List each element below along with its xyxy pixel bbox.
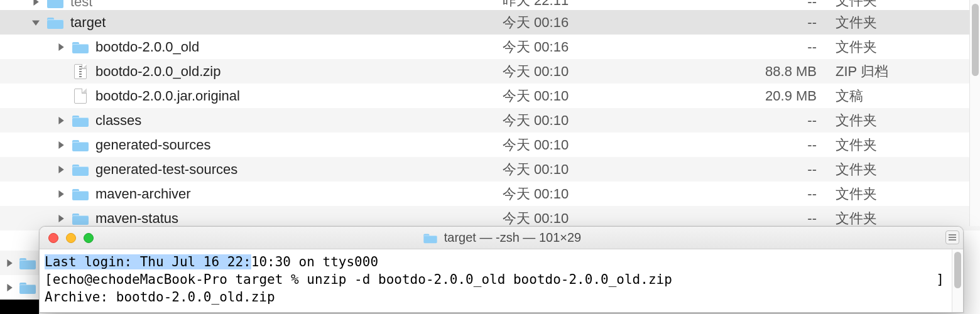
terminal-line: [echo@echodeMacBook-Pro target % unzip -… [45, 271, 958, 288]
cell-size: 88.8 MB [748, 63, 823, 80]
file-row[interactable]: bootdo-2.0.0_old今天 00:16--文件夹 [0, 35, 980, 59]
panel-toggle-button[interactable] [945, 230, 959, 244]
behind-row [0, 300, 39, 314]
disclosure-down-icon[interactable] [31, 18, 40, 27]
folder-icon [46, 15, 64, 30]
cell-date: 今天 00:10 [503, 136, 748, 154]
zip-file-icon [72, 64, 89, 79]
cell-name[interactable]: generated-test-sources [0, 161, 503, 178]
cell-name[interactable]: target [0, 14, 503, 31]
disclosure-none [57, 67, 65, 76]
cell-date: 今天 00:10 [503, 62, 748, 81]
terminal-text: 10:30 on ttys000 [251, 254, 378, 269]
folder-icon [19, 280, 36, 295]
behind-row [0, 251, 39, 275]
cell-name[interactable]: generated-sources [0, 137, 503, 153]
folder-icon [422, 230, 439, 246]
file-row[interactable]: bootdo-2.0.0_old.zip今天 00:1088.8 MBZIP 归… [0, 59, 980, 84]
cell-size: -- [748, 39, 823, 55]
disclosure-right-icon[interactable] [31, 0, 40, 6]
file-row[interactable]: maven-archiver今天 00:10--文件夹 [0, 181, 980, 206]
finder-rows-behind-terminal [0, 226, 39, 314]
cell-name[interactable]: classes [0, 112, 503, 129]
file-name: bootdo-2.0.0_old [95, 39, 199, 55]
traffic-lights [40, 233, 94, 243]
cell-kind: 文件夹 [823, 0, 980, 10]
file-icon [72, 89, 89, 104]
cell-name[interactable]: bootdo-2.0.0.jar.original [0, 88, 503, 104]
cell-size: -- [748, 186, 823, 202]
cell-name[interactable]: bootdo-2.0.0_old [0, 39, 503, 55]
cell-size: -- [748, 210, 823, 227]
cell-date: 今天 00:10 [503, 111, 748, 130]
folder-icon [72, 211, 89, 226]
terminal-body[interactable]: Last login: Thu Jul 16 22:10:30 on ttys0… [40, 249, 963, 312]
terminal-title: target — -zsh — 101×29 [40, 230, 963, 246]
terminal-command: unzip -d bootdo-2.0.0_old bootdo-2.0.0_o… [307, 272, 672, 287]
file-name: generated-test-sources [95, 161, 237, 178]
finder-scrollbar[interactable] [969, 0, 980, 226]
cell-kind: 文件夹 [823, 13, 980, 32]
cell-kind: 文件夹 [823, 209, 980, 228]
disclosure-right-icon[interactable] [57, 141, 65, 149]
cell-name[interactable]: bootdo-2.0.0_old.zip [0, 63, 503, 80]
finder-scrollbar-thumb[interactable] [972, 4, 979, 76]
minimize-button[interactable] [66, 233, 76, 243]
cell-size: 20.9 MB [748, 88, 823, 104]
disclosure-right-icon[interactable] [57, 190, 65, 198]
cell-size: -- [748, 112, 823, 129]
cell-size: -- [748, 161, 823, 178]
cell-name[interactable]: maven-archiver [0, 186, 503, 202]
terminal-line: Archive: bootdo-2.0.0_old.zip [45, 288, 958, 306]
zoom-button[interactable] [84, 233, 94, 243]
cell-kind: 文件夹 [823, 160, 980, 179]
file-name: classes [95, 112, 141, 129]
folder-icon [72, 138, 89, 153]
disclosure-right-icon [5, 259, 14, 268]
disclosure-right-icon [5, 283, 14, 292]
panel-toggle-icon [949, 234, 956, 241]
file-row[interactable]: generated-test-sources今天 00:10--文件夹 [0, 157, 980, 181]
folder-icon [72, 187, 89, 202]
file-row[interactable]: bootdo-2.0.0.jar.original今天 00:1020.9 MB… [0, 84, 980, 108]
file-name: maven-archiver [95, 186, 191, 202]
file-name: maven-status [95, 210, 178, 227]
terminal-line: Last login: Thu Jul 16 22:10:30 on ttys0… [45, 253, 958, 271]
file-name: generated-sources [95, 137, 210, 153]
terminal-titlebar[interactable]: target — -zsh — 101×29 [40, 227, 963, 249]
cell-size: -- [748, 137, 823, 153]
file-row[interactable]: test昨天 22:11--文件夹 [0, 0, 980, 10]
cell-date: 今天 00:16 [503, 38, 748, 57]
file-name: bootdo-2.0.0.jar.original [95, 88, 240, 104]
cell-size: -- [748, 0, 823, 10]
terminal-output: Archive: bootdo-2.0.0_old.zip [45, 290, 275, 305]
folder-icon [72, 113, 89, 128]
file-row[interactable]: classes今天 00:10--文件夹 [0, 108, 980, 133]
terminal-title-text: target — -zsh — 101×29 [444, 230, 581, 245]
cell-name[interactable]: maven-status [0, 210, 503, 227]
cell-date: 今天 00:10 [503, 209, 748, 228]
disclosure-right-icon[interactable] [57, 214, 65, 223]
cell-name[interactable]: test [0, 0, 503, 10]
terminal-scrollbar[interactable] [952, 249, 963, 312]
cell-kind: 文件夹 [823, 111, 980, 130]
disclosure-right-icon[interactable] [57, 43, 65, 51]
terminal-window[interactable]: target — -zsh — 101×29 Last login: Thu J… [39, 226, 964, 313]
cell-kind: 文件夹 [823, 136, 980, 154]
cell-kind: ZIP 归档 [823, 62, 980, 81]
file-name: bootdo-2.0.0_old.zip [95, 63, 220, 80]
close-button[interactable] [48, 233, 58, 243]
disclosure-right-icon[interactable] [57, 165, 65, 174]
cell-kind: 文稿 [823, 87, 980, 106]
disclosure-right-icon[interactable] [57, 116, 65, 125]
cell-kind: 文件夹 [823, 38, 980, 57]
behind-row [0, 226, 39, 251]
terminal-scrollbar-thumb[interactable] [954, 252, 961, 288]
file-row[interactable]: target今天 00:16--文件夹 [0, 10, 980, 35]
cell-date: 今天 00:10 [503, 87, 748, 106]
file-row[interactable]: generated-sources今天 00:10--文件夹 [0, 133, 980, 157]
folder-icon [19, 256, 36, 271]
cell-date: 今天 00:16 [503, 13, 748, 32]
cell-kind: 文件夹 [823, 185, 980, 203]
terminal-selection: Last login: Thu Jul 16 22: [45, 254, 251, 269]
